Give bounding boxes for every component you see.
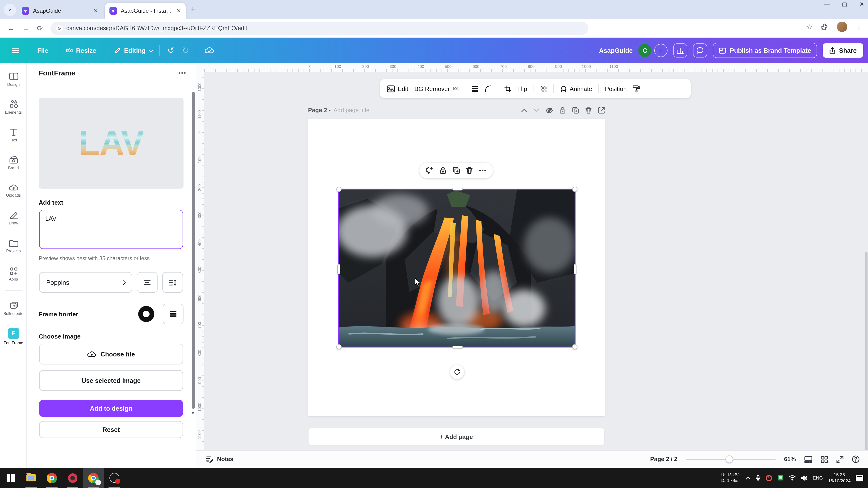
sidebar-item-brand[interactable]: Brand: [0, 150, 27, 176]
zoom-slider[interactable]: [686, 459, 776, 460]
sidebar-item-elements[interactable]: Elements: [0, 94, 27, 120]
move-page-down-icon[interactable]: [533, 108, 539, 112]
window-maximize-button[interactable]: ▢: [842, 1, 847, 7]
lock-page-icon[interactable]: [559, 107, 566, 113]
frame-border-weight-button[interactable]: [163, 304, 184, 324]
paint-roller-icon[interactable]: [633, 85, 640, 92]
menu-hamburger-icon[interactable]: [12, 47, 19, 53]
publish-brand-template-button[interactable]: Publish as Brand Template: [713, 43, 817, 58]
window-close-button[interactable]: ✕: [860, 1, 864, 7]
resize-handle-s[interactable]: [453, 346, 463, 349]
redo-button[interactable]: ↻: [182, 45, 189, 56]
grid-view-icon[interactable]: [821, 456, 828, 463]
recorder-app-button[interactable]: [62, 468, 83, 488]
sidebar-item-uploads[interactable]: Uploads: [0, 177, 27, 204]
sidebar-item-text[interactable]: Text: [0, 122, 27, 148]
sidebar-item-projects[interactable]: Projects: [0, 233, 27, 259]
tray-expand-icon[interactable]: [746, 477, 750, 479]
insights-button[interactable]: [673, 43, 687, 58]
duplicate-icon[interactable]: [453, 167, 460, 174]
file-menu[interactable]: File: [37, 47, 49, 54]
microphone-icon[interactable]: [756, 475, 761, 481]
more-options-icon[interactable]: •••: [479, 167, 487, 174]
resize-handle-nw[interactable]: [336, 187, 342, 192]
export-page-icon[interactable]: [598, 107, 605, 113]
profile-avatar[interactable]: [837, 22, 847, 32]
line-spacing-button[interactable]: [162, 272, 183, 293]
resize-button[interactable]: Resize: [66, 47, 96, 54]
share-button[interactable]: Share: [823, 43, 863, 58]
notification-center-icon[interactable]: [856, 475, 863, 481]
add-member-button[interactable]: +: [654, 44, 668, 57]
transparency-icon[interactable]: [540, 85, 547, 92]
undo-button[interactable]: ↺: [167, 45, 175, 56]
text-input[interactable]: LAV: [39, 210, 183, 249]
clock[interactable]: 15:3518/10/2024: [828, 472, 850, 484]
notes-button[interactable]: Notes: [206, 456, 233, 462]
panel-menu-icon[interactable]: •••: [179, 69, 186, 76]
comments-button[interactable]: [693, 43, 707, 58]
sidebar-item-apps[interactable]: Apps: [0, 261, 27, 287]
add-page-button[interactable]: + Add page: [308, 428, 605, 446]
hide-page-icon[interactable]: [546, 107, 553, 113]
page-title-placeholder[interactable]: Add page title: [334, 107, 370, 113]
tab-close-icon[interactable]: ✕: [93, 7, 98, 14]
duplicate-page-icon[interactable]: [572, 107, 579, 113]
flip-button[interactable]: Flip: [517, 85, 527, 92]
selected-image[interactable]: [338, 189, 576, 348]
reset-button[interactable]: Reset: [39, 421, 183, 438]
back-icon[interactable]: ←: [7, 24, 14, 32]
resize-handle-n[interactable]: [453, 188, 463, 191]
editing-mode-button[interactable]: Editing: [114, 47, 152, 54]
extensions-icon[interactable]: [821, 23, 828, 31]
window-minimize-button[interactable]: —: [824, 1, 830, 7]
scroll-down-arrow-icon[interactable]: ▼: [191, 411, 195, 415]
sidebar-item-bulk-create[interactable]: Bulk create: [0, 295, 27, 322]
panel-scrollbar[interactable]: [192, 92, 195, 409]
new-tab-button[interactable]: +: [191, 5, 195, 14]
user-avatar[interactable]: C: [638, 44, 651, 57]
chrome-button[interactable]: [41, 468, 62, 488]
obs-button[interactable]: [104, 468, 125, 488]
resize-handle-se[interactable]: [572, 344, 578, 349]
browser-tab-2-active[interactable]: ♥ AsapGuide - Instagram Post - C ✕: [105, 3, 186, 19]
tab-close-icon[interactable]: ✕: [177, 7, 181, 14]
comment-add-icon[interactable]: [426, 167, 434, 174]
choose-file-button[interactable]: Choose file: [39, 344, 183, 364]
lock-icon[interactable]: [440, 167, 446, 174]
rotate-button[interactable]: [450, 365, 464, 379]
chrome-active-button[interactable]: [83, 468, 104, 488]
browser-tab-1[interactable]: ♥ AsapGuide ✕: [17, 3, 103, 19]
position-button[interactable]: Position: [605, 85, 627, 92]
start-button[interactable]: [0, 468, 21, 488]
resize-handle-sw[interactable]: [336, 344, 342, 349]
canvas-scrollbar[interactable]: [865, 252, 868, 462]
forward-icon[interactable]: →: [22, 24, 29, 32]
browser-menu-icon[interactable]: ⋮: [856, 23, 862, 31]
fullscreen-icon[interactable]: [836, 456, 843, 463]
delete-page-icon[interactable]: [585, 107, 592, 113]
sidebar-item-draw[interactable]: Draw: [0, 205, 27, 231]
bg-remover-button[interactable]: BG Remover: [414, 85, 458, 92]
stroke-weight-icon[interactable]: [471, 85, 478, 92]
bookmark-star-icon[interactable]: ☆: [806, 23, 812, 31]
language-indicator[interactable]: ENG: [813, 475, 823, 481]
resize-handle-w[interactable]: [337, 264, 340, 274]
file-explorer-button[interactable]: [21, 468, 41, 488]
record-tray-icon[interactable]: [766, 475, 772, 481]
app-tray-icon[interactable]: [777, 475, 783, 481]
animate-button[interactable]: Animate: [560, 85, 592, 92]
move-page-up-icon[interactable]: [521, 108, 527, 112]
use-selected-image-button[interactable]: Use selected image: [39, 370, 183, 391]
edit-image-button[interactable]: Edit: [387, 85, 408, 92]
wifi-icon[interactable]: [789, 475, 796, 481]
help-icon[interactable]: [852, 455, 860, 463]
reload-icon[interactable]: ⟳: [37, 24, 43, 32]
sidebar-item-fontframe[interactable]: F FontFrame: [0, 323, 27, 349]
frame-border-color-swatch[interactable]: [138, 306, 154, 322]
crop-icon[interactable]: [504, 85, 511, 92]
url-bar[interactable]: ⊜ canva.com/design/DAGT6BWzfDw/_mxqpc3--…: [50, 22, 588, 35]
delete-icon[interactable]: [466, 167, 473, 174]
add-to-design-button[interactable]: Add to design: [39, 400, 183, 417]
pages-view-icon[interactable]: [804, 456, 812, 463]
